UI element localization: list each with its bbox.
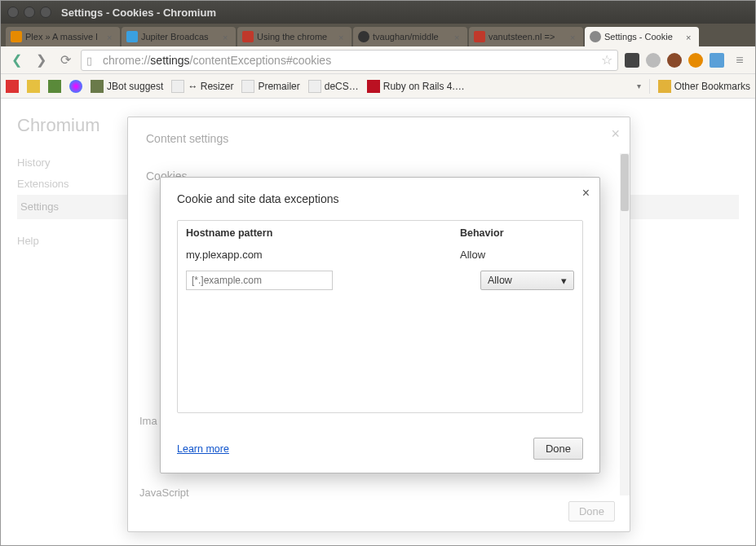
- bookmarks-bar: JBot suggest ↔ Resizer Premailer deCS… R…: [1, 74, 755, 99]
- bookmark-star-icon[interactable]: ☆: [601, 52, 612, 68]
- window-title: Settings - Cookies - Chromium: [61, 7, 216, 19]
- tab-jupiter[interactable]: Jupiter Broadcas×: [122, 27, 236, 46]
- plex-icon: [11, 31, 22, 42]
- page-icon: ▯: [86, 55, 98, 66]
- plex-ext-icon[interactable]: [688, 53, 703, 68]
- ball-icon[interactable]: [667, 53, 682, 68]
- forward-button[interactable]: ❯: [32, 51, 50, 69]
- hostname-column-header: Hostname pattern: [186, 227, 460, 239]
- page-icon: [171, 80, 184, 93]
- tab-using-chrome[interactable]: Using the chrome×: [237, 27, 351, 46]
- exception-behavior: Allow: [460, 249, 574, 261]
- new-exception-row: Allow ▾: [178, 266, 582, 298]
- bookmark-icon[interactable]: [48, 80, 61, 93]
- github-icon: [358, 31, 369, 42]
- chevron-down-icon: ▾: [561, 275, 567, 287]
- behavior-select[interactable]: Allow ▾: [480, 271, 574, 290]
- back-button[interactable]: ❮: [7, 51, 25, 69]
- ghost-icon[interactable]: [646, 53, 661, 68]
- content-settings-done-button[interactable]: Done: [568, 501, 615, 522]
- window-titlebar: Settings - Cookies - Chromium: [1, 1, 755, 24]
- tab-plex[interactable]: Plex » A massive l×: [6, 27, 120, 46]
- close-icon[interactable]: ×: [611, 125, 620, 143]
- exceptions-table: Hostname pattern Behavior my.plexapp.com…: [177, 220, 583, 413]
- page-content: Chromium History Extensions Settings Hel…: [1, 99, 755, 545]
- reload-button[interactable]: ⟳: [56, 51, 74, 69]
- exception-row[interactable]: my.plexapp.com Allow: [178, 244, 582, 266]
- close-icon[interactable]: ×: [107, 33, 115, 41]
- tab-settings[interactable]: Settings - Cookie×: [585, 27, 699, 46]
- window-maximize-button[interactable]: [40, 7, 51, 18]
- extension-icon[interactable]: [625, 53, 639, 68]
- js-section-heading: JavaScript: [139, 487, 189, 499]
- bookmarks-overflow[interactable]: ▾: [637, 81, 641, 90]
- rails-icon: [367, 80, 380, 93]
- close-icon[interactable]: ×: [223, 33, 231, 41]
- other-bookmarks[interactable]: Other Bookmarks: [658, 80, 750, 93]
- bookmark-rails[interactable]: Ruby on Rails 4.…: [367, 80, 465, 93]
- tab-strip: Plex » A massive l× Jupiter Broadcas× Us…: [1, 24, 755, 46]
- castle-icon: [474, 31, 485, 42]
- close-icon[interactable]: ×: [582, 186, 590, 200]
- page-icon: [241, 80, 254, 93]
- tab-github[interactable]: tvaughan/middle×: [353, 27, 467, 46]
- hostname-input[interactable]: [186, 271, 333, 290]
- window-ext-icon[interactable]: [710, 53, 724, 68]
- url-text: chrome://settings/contentExceptions#cook…: [103, 54, 331, 67]
- bookmark-icon[interactable]: [6, 80, 19, 93]
- cookie-dialog-title: Cookie and site data exceptions: [177, 192, 583, 205]
- behavior-column-header: Behavior: [460, 227, 574, 239]
- toolbar: ❮ ❯ ⟳ ▯ chrome://settings/contentExcepti…: [1, 46, 755, 74]
- close-icon[interactable]: ×: [338, 33, 347, 41]
- page-icon: [308, 80, 321, 93]
- close-icon[interactable]: ×: [454, 33, 462, 41]
- window-close-button[interactable]: [7, 7, 19, 18]
- tab-vanutsteen[interactable]: vanutsteen.nl =>×: [469, 27, 583, 46]
- exception-host: my.plexapp.com: [186, 249, 460, 261]
- content-settings-title: Content settings: [146, 132, 612, 145]
- bookmark-resizer[interactable]: ↔ Resizer: [171, 80, 233, 93]
- window-minimize-button[interactable]: [24, 7, 35, 18]
- gear-icon: [590, 31, 601, 42]
- close-icon[interactable]: ×: [570, 33, 578, 41]
- rocket-icon: [126, 31, 138, 42]
- learn-more-link[interactable]: Learn more: [177, 443, 229, 455]
- images-section-heading: Ima: [139, 415, 157, 427]
- menu-button[interactable]: ≡: [731, 51, 749, 69]
- castle-icon: [242, 31, 254, 42]
- jbot-icon: [91, 80, 104, 93]
- scrollbar[interactable]: [620, 153, 630, 495]
- address-bar[interactable]: ▯ chrome://settings/contentExceptions#co…: [81, 50, 618, 71]
- folder-icon: [658, 80, 671, 93]
- bookmark-decss[interactable]: deCS…: [308, 80, 359, 93]
- scrollbar-thumb[interactable]: [621, 154, 629, 211]
- cookie-exceptions-dialog: × Cookie and site data exceptions Hostna…: [160, 177, 600, 473]
- close-icon[interactable]: ×: [686, 33, 694, 41]
- done-button[interactable]: Done: [533, 438, 583, 460]
- bookmark-icon[interactable]: [27, 80, 40, 93]
- bookmark-jbot[interactable]: JBot suggest: [91, 80, 163, 93]
- bookmark-icon[interactable]: [69, 80, 82, 93]
- bookmark-premailer[interactable]: Premailer: [241, 80, 299, 93]
